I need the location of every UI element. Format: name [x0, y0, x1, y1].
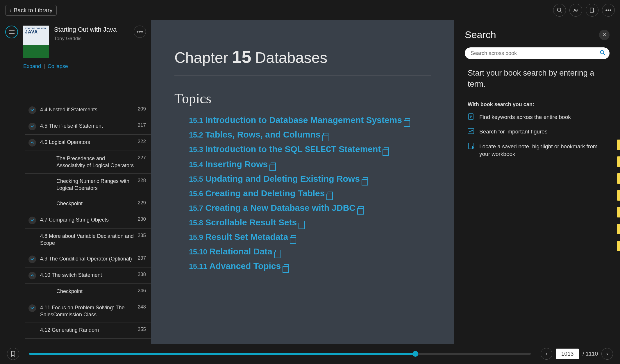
external-link-icon [328, 192, 333, 197]
expand-all-link[interactable]: Expand [23, 63, 41, 69]
collapse-all-link[interactable]: Collapse [48, 63, 68, 69]
toc-label: The Precedence and Associativity of Logi… [51, 155, 138, 169]
topic-link[interactable]: 15.2 Tables, Rows, and Columns [189, 130, 431, 140]
chevron-down-icon[interactable] [28, 256, 36, 263]
topic-number: 15.3 [189, 145, 203, 154]
topic-link[interactable]: 15.4 Inserting Rows [189, 159, 431, 169]
topic-title: Inserting Rows [205, 159, 268, 169]
svg-rect-2 [590, 8, 594, 13]
toc-label: Checkpoint [51, 288, 138, 295]
progress-thumb[interactable] [412, 351, 418, 357]
highlight-marker[interactable] [617, 156, 620, 167]
toc-item[interactable]: Checking Numeric Ranges with Logical Ope… [25, 174, 151, 196]
svg-point-7 [601, 51, 604, 54]
external-link-icon [323, 133, 328, 138]
close-icon: ✕ [602, 32, 607, 38]
back-label: Back to Library [14, 7, 52, 14]
highlight-marker[interactable] [617, 241, 620, 251]
toc-item[interactable]: 4.4 Nested if Statements209 [25, 102, 151, 118]
toc-item[interactable]: 4.5 The if-else-if Statement217 [25, 118, 151, 135]
text-size-icon: AA [573, 8, 578, 13]
highlight-marker[interactable] [617, 190, 620, 201]
toc-item[interactable]: 4.7 Comparing String Objects230 [25, 212, 151, 229]
chevron-left-icon: ‹ [546, 351, 547, 357]
book-more-button[interactable]: ••• [134, 26, 146, 38]
highlight-marker[interactable] [617, 224, 620, 234]
toc-item[interactable]: 4.9 The Conditional Operator (Optional)2… [25, 251, 151, 267]
toc-item[interactable]: 4.10 The switch Statement238 [25, 267, 151, 284]
page-number-input[interactable] [556, 349, 579, 359]
close-search-button[interactable]: ✕ [599, 30, 610, 40]
topic-link[interactable]: 15.8 Scrollable Result Sets [189, 217, 431, 227]
chevron-down-icon[interactable] [28, 106, 36, 114]
svg-line-1 [560, 11, 562, 13]
ellipsis-icon: ••• [605, 7, 611, 14]
highlight-marker[interactable] [617, 173, 620, 184]
search-feature: Find keywords across the entire book [465, 113, 610, 121]
bookmark-button[interactable] [7, 348, 19, 360]
topic-title: Tables, Rows, and Columns [205, 130, 320, 139]
toc-label: 4.12 Generating Random [40, 326, 138, 333]
chevron-up-icon[interactable] [28, 272, 36, 279]
chevron-down-icon[interactable] [28, 123, 36, 130]
notebook-button[interactable] [586, 4, 598, 17]
topic-title: Introduction to the SQL SELECT Statement [205, 144, 381, 154]
topic-link[interactable]: 15.9 Result Set Metadata [189, 232, 431, 242]
topic-link[interactable]: 15.11 Advanced Topics [189, 261, 431, 271]
toc-toggle-button[interactable] [5, 26, 18, 38]
topic-link[interactable]: 15.7 Creating a New Database with JDBC [189, 203, 431, 213]
table-of-contents[interactable]: 4.4 Nested if Statements2094.5 The if-el… [25, 102, 151, 344]
toc-item[interactable]: 4.6 Logical Operators222 [25, 135, 151, 151]
feature-icon [468, 113, 474, 120]
highlight-marker[interactable] [617, 140, 620, 150]
toc-item[interactable]: Checkpoint229 [25, 196, 151, 212]
search-icon[interactable] [600, 50, 605, 56]
text-settings-button[interactable]: AA [569, 4, 582, 17]
toc-item[interactable]: 4.8 More about Variable Declaration and … [25, 229, 151, 251]
topic-link[interactable]: 15.5 Updating and Deleting Existing Rows [189, 174, 431, 184]
sidebar: STARTING OUT WITH JAVA Starting Out with… [0, 20, 151, 344]
topic-number: 15.4 [189, 160, 203, 169]
toc-item[interactable]: 4.11 Focus on Problem Solving: The Sales… [25, 300, 151, 323]
toc-label: Checking Numeric Ranges with Logical Ope… [51, 178, 138, 192]
external-link-icon [363, 177, 368, 182]
toc-item[interactable]: The Precedence and Associativity of Logi… [25, 151, 151, 174]
toc-label: 4.5 The if-else-if Statement [40, 122, 138, 129]
prev-page-button[interactable]: ‹ [541, 348, 552, 360]
topic-number: 15.7 [189, 204, 203, 212]
external-link-icon [384, 147, 389, 153]
chevron-down-icon[interactable] [28, 217, 36, 224]
search-button[interactable] [553, 4, 566, 17]
chevron-left-icon: ‹ [10, 7, 11, 13]
toc-page: 209 [138, 106, 146, 112]
external-link-icon [275, 250, 280, 255]
more-options-button[interactable]: ••• [602, 4, 615, 17]
topic-title: Creating a New Database with JDBC [205, 203, 355, 213]
toc-item[interactable]: 4.12 Generating Random255 [25, 322, 151, 339]
topic-link[interactable]: 15.1 Introduction to Database Management… [189, 115, 431, 125]
toc-label: 4.4 Nested if Statements [40, 106, 138, 113]
toc-page: 255 [138, 326, 146, 332]
external-link-icon [291, 235, 296, 240]
highlight-marker[interactable] [617, 207, 620, 217]
chevron-down-icon[interactable] [28, 304, 36, 312]
topic-link[interactable]: 15.10 Relational Data [189, 247, 431, 256]
topic-link[interactable]: 15.6 Creating and Deleting Tables [189, 188, 431, 198]
external-link-icon [405, 118, 410, 124]
search-input[interactable] [465, 47, 610, 59]
book-title: Starting Out with Java [54, 26, 128, 34]
external-link-icon [271, 163, 276, 168]
progress-slider[interactable] [29, 353, 531, 355]
topic-number: 15.9 [189, 233, 203, 241]
chevron-up-icon[interactable] [28, 139, 36, 147]
back-to-library-button[interactable]: ‹ Back to Library [5, 5, 57, 16]
chevron-right-icon: › [606, 351, 608, 357]
divider [174, 76, 431, 76]
toc-label: 4.6 Logical Operators [40, 139, 138, 146]
svg-line-8 [603, 53, 605, 55]
book-cover[interactable]: STARTING OUT WITH JAVA [23, 26, 49, 58]
content-area[interactable]: Chapter 15 Databases Topics 15.1 Introdu… [151, 20, 454, 344]
next-page-button[interactable]: › [601, 348, 613, 360]
topic-link[interactable]: 15.3 Introduction to the SQL SELECT Stat… [189, 144, 431, 155]
toc-item[interactable]: Checkpoint246 [25, 284, 151, 300]
